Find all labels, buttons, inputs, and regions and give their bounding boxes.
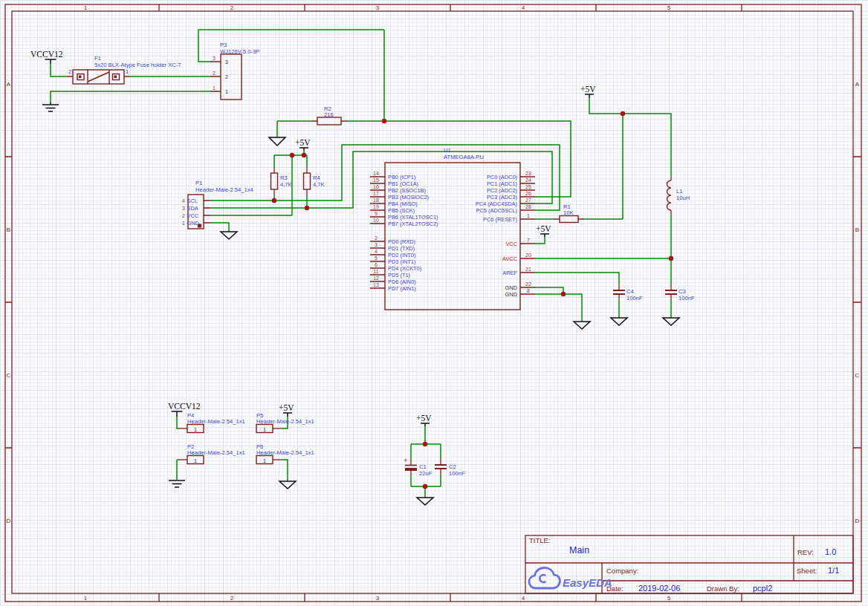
frame-col-label: 3 bbox=[376, 4, 380, 11]
ref-designator: C4 bbox=[626, 288, 634, 295]
pin-name: PD6 (AIN0) bbox=[388, 278, 416, 285]
sheet-value[interactable]: 1/1 bbox=[828, 566, 839, 575]
component-r3[interactable]: R3 4,7K bbox=[271, 168, 292, 195]
component-r2[interactable]: R2 216 bbox=[311, 105, 347, 125]
pin-name: PD2 (INT0) bbox=[388, 252, 415, 258]
component-p2[interactable]: P2 Header-Male-2.54_1x1 1 bbox=[178, 443, 245, 464]
power-flag-vccv12-top[interactable]: VCCV12 bbox=[30, 50, 63, 64]
ref-designator: P3 bbox=[220, 42, 227, 48]
frame-row-label: A bbox=[7, 81, 11, 88]
pin-name: VCC bbox=[187, 212, 199, 219]
pin-name: PB5 (SCK) bbox=[388, 207, 415, 214]
component-f1[interactable]: F1 5x20 BLX-Atype Fuse holder XC-7 2 1 bbox=[67, 55, 181, 84]
frame-col-label: 5 bbox=[667, 595, 671, 602]
pin-name: AVCC bbox=[502, 255, 518, 262]
power-flag-5v-p5[interactable]: +5V bbox=[279, 403, 294, 417]
component-p3[interactable]: P3 WJ126V-5.0-3P 3 2 1 3 2 1 bbox=[210, 42, 259, 100]
pin-name: SCL bbox=[187, 198, 198, 204]
component-c2[interactable]: C2 100nF bbox=[435, 459, 465, 477]
component-r1[interactable]: R1 10K bbox=[554, 203, 584, 223]
pin-name: PD4 (XCKT0) bbox=[388, 265, 421, 272]
ref-designator: L1 bbox=[676, 188, 682, 195]
component-l1[interactable]: L1 10uH bbox=[667, 176, 690, 215]
pin-number: 8 bbox=[527, 288, 530, 293]
net-label: +5V bbox=[295, 138, 311, 147]
net-label: VCCV12 bbox=[168, 402, 201, 411]
frame-row-label: B bbox=[7, 227, 10, 233]
pin-name: PB3 (MOSIOC2) bbox=[388, 194, 429, 201]
schematic-canvas[interactable]: 1 2 3 4 5 1 2 3 4 5 A B C D A B C D bbox=[0, 0, 868, 606]
pin-name: PD1 (TXD) bbox=[388, 245, 415, 252]
component-p5[interactable]: P5 Header-Male-2.54_1x1 1 bbox=[256, 412, 314, 433]
component-p4[interactable]: P4 Header-Male-2.54_1x1 1 bbox=[178, 412, 245, 433]
component-value: 4,7K bbox=[280, 181, 292, 188]
component-value: ATMEGA8A-PU bbox=[444, 154, 484, 160]
ref-designator: P1 bbox=[195, 180, 202, 186]
pin-name: PB7 (XTAL2TOSC2) bbox=[388, 221, 438, 227]
power-flag-5v-r3r4[interactable]: +5V bbox=[295, 138, 311, 151]
pin-name: 3 bbox=[225, 59, 228, 65]
pin-name: PC2 (ADC2) bbox=[487, 187, 517, 194]
power-flag-5v-right[interactable]: +5V bbox=[580, 85, 596, 98]
pin-number: 17 bbox=[373, 191, 379, 196]
ground-symbols[interactable] bbox=[42, 102, 679, 505]
pin-number: 11 bbox=[373, 269, 378, 274]
pin-number: 25 bbox=[525, 184, 531, 189]
frame-col-label: 1 bbox=[84, 595, 88, 602]
schematic-svg[interactable]: 1 2 3 4 5 1 2 3 4 5 A B C D A B C D bbox=[0, 0, 868, 606]
power-flag-vccv12-bottom[interactable]: VCCV12 bbox=[168, 402, 201, 417]
drawn-by-value[interactable]: pcpl2 bbox=[753, 584, 772, 593]
rev-label: REV: bbox=[797, 548, 814, 556]
frame-row-label: D bbox=[855, 518, 860, 524]
frame-col-label: 1 bbox=[84, 4, 88, 11]
frame-col-label: 5 bbox=[667, 4, 671, 11]
ref-designator: R3 bbox=[280, 175, 288, 181]
ref-designator: R4 bbox=[313, 175, 320, 181]
pin-number: 2 bbox=[375, 235, 378, 241]
pin-name: GND bbox=[505, 291, 517, 298]
rev-value[interactable]: 1.0 bbox=[825, 547, 836, 556]
component-c4[interactable]: C4 100nF bbox=[613, 284, 643, 302]
component-p1[interactable]: P1 Header-Male-2.54_1x4 4 3 2 1 SCL SDA … bbox=[182, 180, 253, 229]
cloud-icon bbox=[529, 568, 560, 589]
pin-number: 24 bbox=[525, 177, 531, 183]
component-p6[interactable]: P6 Header-Male-2.54_1x1 1 bbox=[256, 443, 314, 464]
pin-number: 22 bbox=[525, 281, 531, 287]
pin-name: PC6 (RESET) bbox=[483, 216, 517, 223]
pin-number: 1 bbox=[126, 68, 129, 75]
pin-number: 12 bbox=[373, 276, 379, 281]
pin-number: 14 bbox=[373, 171, 379, 176]
pin-number: 3 bbox=[213, 56, 216, 61]
component-c3[interactable]: C3 100nF bbox=[665, 284, 695, 302]
component-u1[interactable]: U1 ATMEGA8A-PU 14 15 16 17 18 19 9 10 2 … bbox=[370, 147, 535, 310]
ref-designator: C3 bbox=[678, 288, 686, 295]
pin-name: PC5 (ADC5SCL) bbox=[476, 207, 517, 214]
net-label: +5V bbox=[279, 403, 294, 412]
frame-col-label: 4 bbox=[522, 4, 525, 11]
easyeda-logo: EasyEDA bbox=[529, 568, 612, 590]
net-label: +5V bbox=[536, 224, 551, 233]
component-value: Header-Male-2.54_1x1 bbox=[256, 418, 314, 425]
pin-number: 16 bbox=[373, 184, 379, 189]
net-wires[interactable] bbox=[51, 30, 671, 498]
pin-name: VCC bbox=[505, 241, 517, 247]
pin-number: 23 bbox=[525, 171, 531, 176]
pin-name: PD5 (T1) bbox=[388, 272, 410, 278]
component-r4[interactable]: R4 4,7K bbox=[304, 168, 325, 195]
component-c1[interactable]: C1 22uF + bbox=[404, 457, 432, 477]
pin-number: 1 bbox=[527, 213, 530, 218]
pin-name: PD0 (RXD) bbox=[388, 238, 415, 245]
component-value: Header-Male-2.54_1x4 bbox=[195, 186, 253, 193]
pin-number: 5 bbox=[375, 255, 378, 261]
pin-name: 1 bbox=[225, 88, 228, 95]
pin-number: 28 bbox=[525, 204, 531, 209]
power-flag-5v-vccpin[interactable]: +5V bbox=[536, 224, 551, 237]
title-block[interactable]: TITLE: Main REV: 1.0 Company: Sheet: 1/1… bbox=[525, 535, 853, 593]
sheet-title[interactable]: Main bbox=[569, 545, 589, 556]
pin-name: PC1 (ADC1) bbox=[487, 180, 517, 187]
component-value: 10K bbox=[563, 209, 574, 216]
frame-row-label: B bbox=[855, 227, 859, 233]
power-flag-5v-c1c2[interactable]: +5V bbox=[416, 414, 432, 426]
date-value[interactable]: 2019-02-06 bbox=[638, 584, 680, 593]
pin-number: 27 bbox=[525, 198, 531, 203]
